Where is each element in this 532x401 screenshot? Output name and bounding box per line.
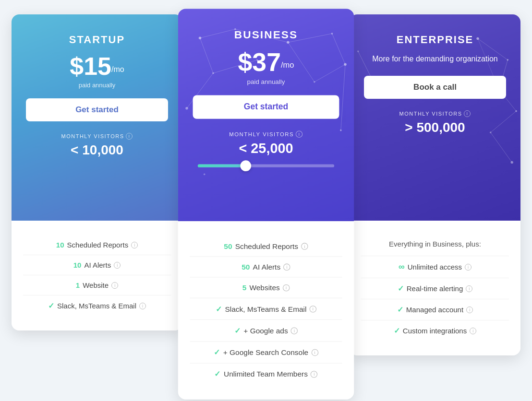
business-price-block: $37/mo bbox=[193, 49, 339, 75]
slider-thumb[interactable] bbox=[240, 160, 251, 171]
svg-point-9 bbox=[340, 130, 342, 131]
enterprise-card-bottom: Everything in Business, plus: ∞ Unlimite… bbox=[350, 221, 520, 355]
enterprise-cta-button[interactable]: Book a call bbox=[364, 76, 506, 99]
business-visitors-label: MONTHLY VISITORS i bbox=[193, 131, 339, 138]
visitors-slider[interactable] bbox=[193, 165, 339, 167]
startup-feature-ai-alerts: 10 AI Alerts i bbox=[23, 255, 171, 275]
startup-feature-slack: ✓ Slack, MsTeams & Email i bbox=[23, 295, 171, 316]
business-card-bottom: 50 Scheduled Reports i 50 AI Alerts i 5 … bbox=[178, 221, 354, 400]
enterprise-feature-realtime-alerting: ✓ Real-time alerting i bbox=[361, 278, 509, 299]
feature-info-icon[interactable]: i bbox=[111, 282, 118, 289]
enterprise-visitors-value: > 500,000 bbox=[364, 120, 506, 135]
svg-point-22 bbox=[507, 59, 509, 61]
business-cta-button[interactable]: Get started bbox=[193, 95, 339, 118]
feature-info-icon[interactable]: i bbox=[139, 303, 146, 309]
enterprise-plan-name: ENTERPRISE bbox=[364, 34, 506, 46]
svg-point-4 bbox=[344, 63, 347, 66]
feature-info-icon[interactable]: i bbox=[466, 307, 473, 313]
slider-fill bbox=[198, 165, 245, 167]
business-visitors-info-icon[interactable]: i bbox=[296, 131, 302, 138]
enterprise-tagline: More for the demanding organization bbox=[364, 54, 506, 64]
business-feature-google-ads: ✓ + Google ads i bbox=[190, 320, 342, 342]
business-feature-google-search-console: ✓ + Google Search Console i bbox=[190, 342, 342, 363]
enterprise-feature-custom-integrations: ✓ Custom integrations i bbox=[361, 320, 509, 341]
svg-point-27 bbox=[357, 50, 359, 52]
svg-point-26 bbox=[511, 161, 513, 164]
business-card: BUSINESS $37/mo paid annually Get starte… bbox=[178, 9, 354, 400]
feature-info-icon[interactable]: i bbox=[311, 349, 318, 355]
feature-info-icon[interactable]: i bbox=[114, 262, 121, 269]
startup-card: STARTUP $15/mo paid annually Get started… bbox=[12, 14, 182, 330]
slider-track bbox=[198, 165, 334, 167]
business-visitors-value: < 25,000 bbox=[193, 141, 339, 156]
feature-info-icon[interactable]: i bbox=[283, 263, 290, 270]
startup-cta-button[interactable]: Get started bbox=[26, 98, 168, 121]
pricing-wrapper: STARTUP $15/mo paid annually Get started… bbox=[12, 14, 520, 394]
startup-visitors-info-icon[interactable]: i bbox=[126, 133, 133, 140]
startup-price-block: $15/mo bbox=[26, 54, 168, 79]
enterprise-visitors-info-icon[interactable]: i bbox=[464, 110, 471, 117]
business-price-period: paid annually bbox=[193, 78, 339, 85]
feature-info-icon[interactable]: i bbox=[470, 328, 476, 334]
startup-price: $15 bbox=[70, 52, 111, 80]
enterprise-visitors-label: MONTHLY VISITORS i bbox=[364, 110, 506, 117]
business-price: $37 bbox=[238, 48, 281, 77]
svg-line-33 bbox=[491, 132, 512, 162]
startup-plan-name: STARTUP bbox=[26, 34, 168, 46]
enterprise-card: ENTERPRISE More for the demanding organi… bbox=[350, 14, 520, 355]
svg-point-24 bbox=[515, 110, 517, 112]
startup-price-suffix: /mo bbox=[111, 65, 124, 73]
business-feature-websites: 5 Websites i bbox=[190, 277, 342, 298]
enterprise-intro: Everything in Business, plus: bbox=[361, 235, 509, 256]
startup-feature-scheduled-reports: 10 Scheduled Reports i bbox=[23, 235, 171, 255]
startup-card-bottom: 10 Scheduled Reports i 10 AI Alerts i 1 … bbox=[12, 221, 182, 330]
feature-info-icon[interactable]: i bbox=[283, 284, 290, 291]
feature-info-icon[interactable]: i bbox=[311, 371, 317, 377]
business-price-suffix: /mo bbox=[281, 61, 294, 70]
feature-info-icon[interactable]: i bbox=[465, 264, 472, 271]
feature-info-icon[interactable]: i bbox=[466, 285, 472, 292]
business-feature-ai-alerts: 50 AI Alerts i bbox=[190, 257, 342, 277]
feature-info-icon[interactable]: i bbox=[131, 242, 138, 248]
feature-info-icon[interactable]: i bbox=[301, 243, 308, 249]
startup-visitors-label: MONTHLY VISITORS i bbox=[26, 133, 168, 140]
startup-feature-website: 1 Website i bbox=[23, 275, 171, 295]
business-card-top: BUSINESS $37/mo paid annually Get starte… bbox=[178, 9, 354, 221]
business-plan-name: BUSINESS bbox=[193, 28, 339, 41]
startup-card-top: STARTUP $15/mo paid annually Get started… bbox=[12, 14, 182, 221]
svg-line-20 bbox=[341, 64, 345, 130]
business-feature-team-members: ✓ Unlimited Team Members i bbox=[190, 364, 342, 385]
business-feature-slack: ✓ Slack, MsTeams & Email i bbox=[190, 298, 342, 320]
svg-point-8 bbox=[185, 107, 188, 110]
enterprise-feature-unlimited-access: ∞ Unlimited access i bbox=[361, 256, 509, 278]
enterprise-card-top: ENTERPRISE More for the demanding organi… bbox=[350, 14, 520, 221]
svg-point-10 bbox=[204, 174, 206, 176]
feature-info-icon[interactable]: i bbox=[291, 327, 298, 334]
business-feature-scheduled-reports: 50 Scheduled Reports i bbox=[190, 236, 342, 257]
startup-visitors-value: < 10,000 bbox=[26, 142, 168, 158]
startup-price-period: paid annually bbox=[26, 82, 168, 89]
svg-point-2 bbox=[287, 41, 290, 44]
feature-info-icon[interactable]: i bbox=[310, 306, 316, 312]
enterprise-feature-managed-account: ✓ Managed account i bbox=[361, 299, 509, 320]
